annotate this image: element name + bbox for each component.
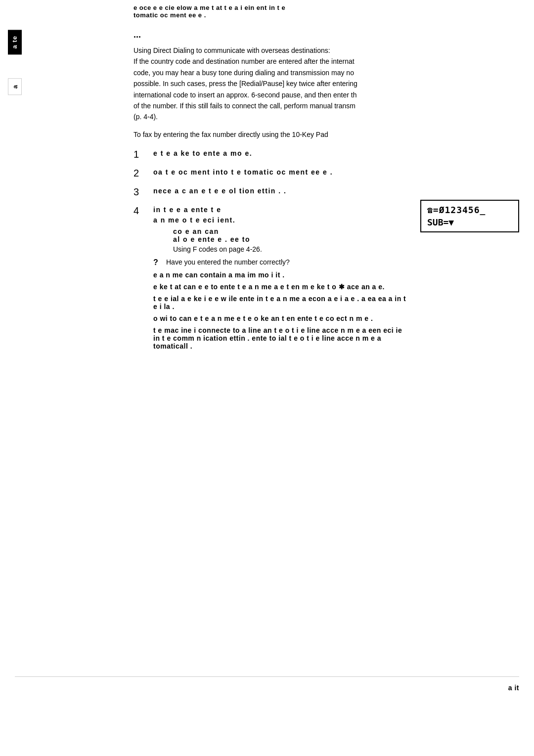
step-4: 4 in t e e a ente t e a n me o t e eci i… (134, 205, 519, 353)
question-text: Have you entered the number correctly? (166, 258, 290, 266)
step-4-number: 4 (134, 205, 148, 217)
fax-instruction: To fax by entering the fax number direct… (134, 131, 519, 138)
step-4-sub: co e an can al o e ente e . ee to Using … (173, 227, 262, 253)
note-5: t e mac ine i connecte to a line an t e … (153, 326, 410, 350)
note-4: o wi to can e t e a n me e t e o ke an t… (153, 314, 410, 322)
question-mark: ? (153, 258, 163, 267)
sidebar-tab-1: a te (8, 30, 22, 54)
step-3-text: nece a c an e t e e ol tion ettin . . (153, 186, 286, 196)
step-1: 1 e t e a ke to ente a mo e. (134, 148, 519, 160)
step-2: 2 oa t e oc ment into t e tomatic oc men… (134, 167, 519, 179)
page-container: e oce e e cie elow a me t at t e a i ein… (0, 0, 534, 756)
ellipsis: ... (134, 30, 519, 40)
intro-line7: (p. 4-4). (134, 111, 490, 122)
sidebar-tab-2: a (8, 78, 22, 95)
header-line1: e oce e e cie elow a me t at t e a i ein… (134, 4, 400, 11)
step-4-main-text2: a n me o t e eci ient. (153, 215, 262, 225)
note-1: e a n me can contain a ma im mo i it . (153, 271, 410, 279)
step-4-main: in t e e a ente t e a n me o t e eci ien… (153, 205, 262, 253)
step-4-sub-bold2: al o e ente e . ee to (173, 235, 262, 243)
fax-display-line2: SUB=▼ (427, 217, 512, 227)
note-3: t e e ial a e ke i e e w ile ente in t e… (153, 295, 410, 311)
main-content: ... Using Direct Dialing to communicate … (134, 25, 519, 360)
header: e oce e e cie elow a me t at t e a i ein… (0, 0, 534, 19)
intro-paragraph: Using Direct Dialing to communicate with… (134, 45, 490, 123)
fax-display-line1: ☎=Ø123456_ (427, 205, 512, 215)
intro-line4: possible. In such cases, press the [Redi… (134, 78, 490, 89)
step-1-number: 1 (134, 148, 148, 160)
footer-line (15, 676, 519, 677)
footer-text: a it (508, 684, 519, 692)
question-section: ? Have you entered the number correctly? (153, 258, 410, 267)
step-2-number: 2 (134, 167, 148, 179)
intro-line5: international code to insert an approx. … (134, 89, 490, 100)
fax-display-box: ☎=Ø123456_ SUB=▼ (420, 200, 519, 232)
intro-line2: If the country code and destination numb… (134, 56, 490, 67)
question-item: ? Have you entered the number correctly? (153, 258, 410, 267)
header-line2: tomatic oc ment ee e . (134, 11, 400, 19)
step-1-text: e t e a ke to ente a mo e. (153, 148, 252, 159)
using-fcodes: Using F codes on page 4-26. (173, 245, 262, 253)
note-2: e ke t at can e e to ente t e a n me a e… (153, 283, 410, 291)
step-3: 3 nece a c an e t e e ol tion ettin . . (134, 186, 519, 198)
step-4-main-text: in t e e a ente t e (153, 205, 262, 215)
step-3-number: 3 (134, 186, 148, 198)
sidebar: a te a (0, 30, 30, 95)
steps-container: 1 e t e a ke to ente a mo e. 2 oa t e oc… (134, 148, 519, 353)
intro-line6: of the number. If this still fails to co… (134, 100, 490, 111)
step-2-text: oa t e oc ment into t e tomatic oc ment … (153, 167, 333, 178)
step-4-sub-bold1: co e an can (173, 227, 262, 235)
intro-line3: code, you may hear a busy tone during di… (134, 67, 490, 78)
step-4-left: 4 in t e e a ente t e a n me o t e eci i… (134, 205, 410, 353)
intro-line1: Using Direct Dialing to communicate with… (134, 45, 490, 56)
